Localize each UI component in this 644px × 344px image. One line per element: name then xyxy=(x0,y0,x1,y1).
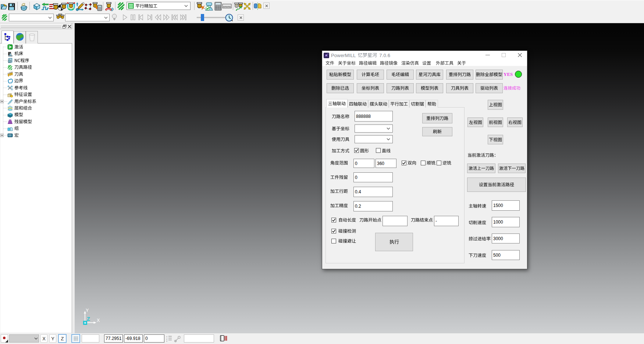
svg-text:Z: Z xyxy=(87,316,90,322)
svg-text:z: z xyxy=(166,340,167,342)
svg-text:X: X xyxy=(97,318,100,323)
svg-text:Y: Y xyxy=(86,308,89,313)
